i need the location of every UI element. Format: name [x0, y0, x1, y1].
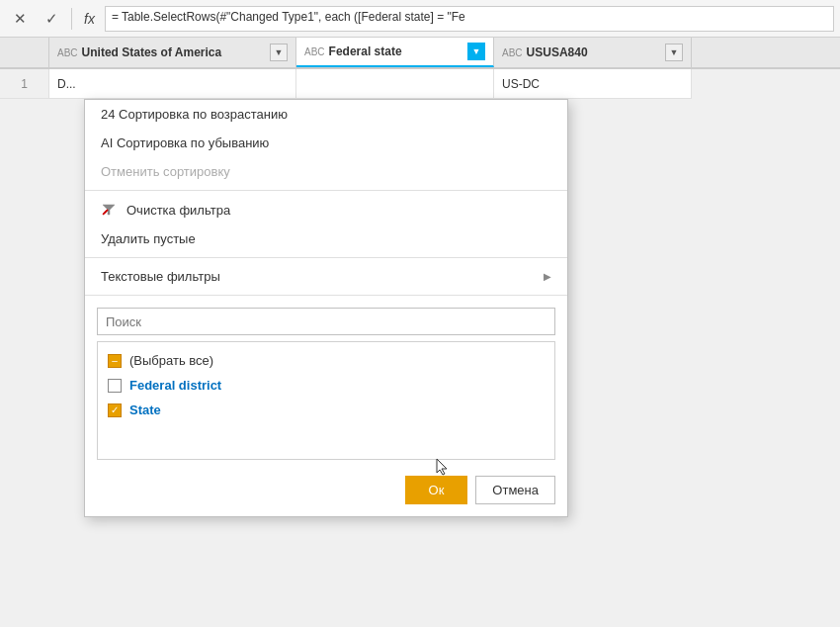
- col3-filter-button[interactable]: ▼: [665, 44, 683, 61]
- checkbox-federal-district[interactable]: Federal district: [98, 373, 554, 398]
- formula-bar: ✕ ✓ fx = Table.SelectRows(#"Changed Type…: [0, 0, 840, 38]
- col3-label: USUSA840: [527, 45, 661, 59]
- checkbox-state-label: State: [129, 403, 161, 417]
- formula-text[interactable]: = Table.SelectRows(#"Changed Type1", eac…: [105, 6, 834, 32]
- cell-1-2: [296, 69, 494, 99]
- ok-button[interactable]: Ок: [405, 476, 468, 504]
- clear-sort-item[interactable]: Отменить сортировку: [85, 157, 567, 186]
- text-filters-label: Текстовые фильтры: [101, 269, 220, 284]
- cell-1-1: D...: [49, 69, 296, 99]
- clear-sort-label: Отменить сортировку: [101, 164, 230, 179]
- checkbox-select-all-box[interactable]: –: [108, 354, 122, 368]
- filter-dropdown: 24 Сортировка по возрастанию АI Сортиров…: [84, 99, 568, 517]
- dropdown-footer: Ок Отмена: [85, 468, 567, 516]
- col1-type-icon: ABC: [57, 47, 78, 58]
- col3-type-icon: ABC: [502, 47, 523, 58]
- separator-2: [85, 257, 567, 258]
- row-num-header: [0, 38, 49, 67]
- checkbox-list: – (Выбрать все) Federal district ✓ State: [97, 341, 555, 460]
- col2-filter-button[interactable]: ▼: [467, 43, 485, 60]
- row-num-1: 1: [0, 69, 49, 99]
- remove-empty-label: Удалить пустые: [101, 231, 196, 246]
- close-button[interactable]: ✕: [6, 5, 34, 33]
- checkbox-select-all[interactable]: – (Выбрать все): [98, 348, 554, 373]
- checkbox-select-all-label: (Выбрать все): [129, 353, 213, 368]
- col2-label: Federal state: [329, 45, 463, 58]
- clear-filter-icon: [101, 202, 117, 218]
- divider: [71, 8, 72, 30]
- cell-1-3: US-DC: [494, 69, 692, 99]
- sort-asc-item[interactable]: 24 Сортировка по возрастанию: [85, 100, 567, 129]
- checkbox-state[interactable]: ✓ State: [98, 398, 554, 422]
- search-input[interactable]: [97, 308, 555, 335]
- checkbox-federal-district-box[interactable]: [108, 379, 122, 393]
- svg-line-2: [103, 211, 107, 215]
- fx-label: fx: [78, 11, 101, 27]
- col1-filter-button[interactable]: ▼: [270, 44, 288, 61]
- col1-label: United States of America: [82, 45, 266, 59]
- text-filters-arrow-icon: ▶: [544, 271, 551, 282]
- table-header: ABC United States of America ▼ ABC Feder…: [0, 38, 840, 69]
- table-body: 1 D... US-DC: [0, 69, 840, 99]
- col2-type-icon: ABC: [304, 46, 325, 57]
- separator-1: [85, 190, 567, 191]
- col-header-3[interactable]: ABC USUSA840 ▼: [494, 38, 692, 67]
- search-container: [85, 300, 567, 341]
- text-filters-item[interactable]: Текстовые фильтры ▶: [85, 262, 567, 291]
- checkbox-state-box[interactable]: ✓: [108, 403, 122, 417]
- cancel-button[interactable]: Отмена: [475, 476, 555, 504]
- clear-filter-item[interactable]: Очистка фильтра: [85, 195, 567, 224]
- col-header-1[interactable]: ABC United States of America ▼: [49, 38, 296, 67]
- remove-empty-item[interactable]: Удалить пустые: [85, 224, 567, 253]
- checkbox-federal-district-label: Federal district: [129, 378, 221, 393]
- col-header-2[interactable]: ABC Federal state ▼: [296, 38, 494, 67]
- separator-3: [85, 295, 567, 296]
- sort-desc-label: АI Сортировка по убыванию: [101, 135, 269, 150]
- confirm-button[interactable]: ✓: [38, 5, 65, 33]
- clear-filter-label: Очистка фильтра: [126, 203, 230, 218]
- sort-asc-label: 24 Сортировка по возрастанию: [101, 107, 288, 122]
- sort-desc-item[interactable]: АI Сортировка по убыванию: [85, 129, 567, 157]
